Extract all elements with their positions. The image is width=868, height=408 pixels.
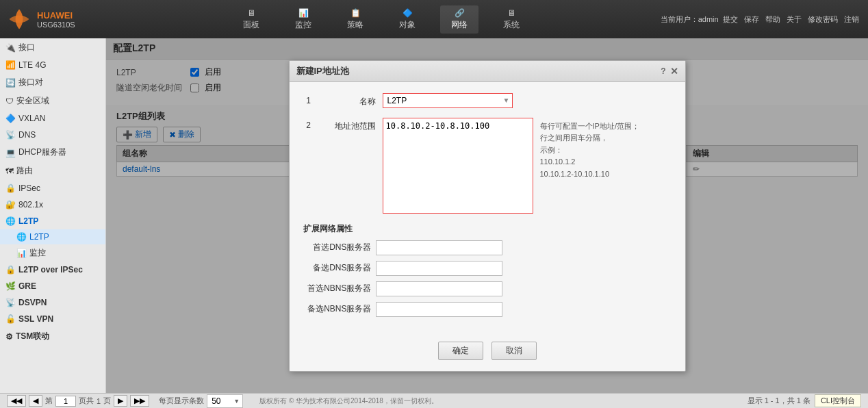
lte4g-icon: 📶: [5, 60, 16, 70]
user-info: 当前用户：admin: [661, 15, 719, 23]
monitor-sub-icon: 📊: [16, 248, 27, 258]
first-page-button[interactable]: ◀◀: [7, 395, 26, 407]
sidebar-label-portpair: 接口对: [18, 77, 43, 88]
sidebar-item-tsm[interactable]: ⚙ TSM联动: [0, 327, 105, 346]
dsvpn-icon: 📡: [5, 298, 16, 307]
modal-header-right: ? ✕: [661, 66, 678, 77]
modal-header: 新建IP地址池 ? ✕: [290, 61, 685, 82]
sslvpn-icon: 🔓: [5, 314, 16, 324]
primary-dns-label: 首选DNS服务器: [303, 242, 372, 253]
sidebar-label-dsvpn: DSVPN: [18, 298, 47, 307]
sidebar-label-interface: 接口: [18, 42, 35, 53]
addr-form-row: 2 地址池范围 10.8.10.2-10.8.10.100 每行可配置一个IP地…: [303, 118, 672, 214]
policy-icon: 📋: [350, 8, 361, 18]
sidebar-item-l2tp-ipsec[interactable]: 🔒 L2TP over IPSec: [0, 262, 105, 278]
sidebar-label-dot1x: 802.1x: [18, 200, 43, 209]
per-page-select[interactable]: 50 100 200: [207, 394, 243, 408]
secondary-dns-input[interactable]: [376, 261, 502, 276]
dhcp-icon: 💻: [5, 148, 16, 157]
object-icon: 🔷: [403, 8, 413, 18]
last-page-button[interactable]: ▶▶: [130, 395, 149, 407]
modal-close-button[interactable]: ✕: [670, 66, 678, 77]
l2tp-ipsec-icon: 🔒: [5, 265, 16, 275]
name-input-wrapper: ▼: [383, 93, 513, 108]
gre-icon: 🌿: [5, 281, 16, 291]
sidebar-item-dot1x[interactable]: 🔐 802.1x: [0, 196, 105, 213]
action-help[interactable]: 帮助: [765, 15, 780, 23]
addr-hint-line2: 行之间用回车分隔，: [540, 133, 608, 142]
sidebar-label-dhcp: DHCP服务器: [18, 146, 66, 158]
nav-network-label: 网络: [451, 19, 468, 31]
sidebar-item-sslvpn[interactable]: 🔓 SSL VPN: [0, 311, 105, 327]
nav-policy[interactable]: 📋 策略: [336, 5, 374, 34]
secondary-nbns-label: 备选NBNS服务器: [303, 303, 372, 315]
sidebar-label-lte4g: LTE 4G: [18, 60, 46, 70]
nav-network[interactable]: 🔗 网络: [440, 5, 478, 34]
interface-icon: 🔌: [5, 43, 16, 53]
sidebar-item-vxlan[interactable]: 🔷 VXLAN: [0, 110, 105, 127]
primary-dns-input[interactable]: [376, 240, 502, 255]
zone-icon: 🛡: [5, 97, 14, 106]
nav-object-label: 对象: [399, 19, 416, 31]
sidebar-label-sslvpn: SSL VPN: [18, 314, 53, 324]
name-input[interactable]: [383, 93, 513, 108]
content-area: 配置L2TP L2TP 启用 隧道空闲老化时间 启用 L2TP组列表 ➕ 新增: [106, 38, 868, 393]
sidebar-item-ipsec[interactable]: 🔒 IPSec: [0, 180, 105, 196]
sidebar-label-dns: DNS: [18, 130, 36, 140]
sidebar-item-lte4g[interactable]: 📶 LTE 4G: [0, 57, 105, 73]
prev-page-button[interactable]: ◀: [29, 395, 42, 407]
portpair-icon: 🔄: [5, 78, 16, 88]
nav-monitor[interactable]: 📊 监控: [284, 5, 322, 34]
nav-system-label: 系统: [503, 19, 520, 31]
page-number-input[interactable]: [55, 396, 76, 407]
page-sep: 页共: [79, 396, 94, 406]
sidebar-item-dns[interactable]: 📡 DNS: [0, 127, 105, 143]
nav-dashboard-label: 面板: [243, 19, 259, 31]
sidebar-child-label-monitor: 监控: [29, 247, 46, 259]
next-page-button[interactable]: ▶: [114, 395, 127, 407]
sidebar-item-route[interactable]: 🗺 路由: [0, 162, 105, 180]
sidebar-item-dsvpn[interactable]: 📡 DSVPN: [0, 294, 105, 311]
sidebar-item-interface[interactable]: 🔌 接口: [0, 38, 105, 57]
sidebar-item-gre[interactable]: 🌿 GRE: [0, 278, 105, 294]
per-page-select-wrapper: 50 100 200: [207, 394, 243, 408]
sidebar-child-l2tp[interactable]: 🌐 L2TP: [0, 229, 105, 244]
logo-area: HUAWEI USG6310S: [0, 7, 103, 31]
sidebar-label-ipsec: IPSec: [18, 183, 40, 193]
nav-dashboard[interactable]: 🖥 面板: [232, 5, 270, 34]
addr-number: 2: [303, 118, 314, 130]
model-name: USG6310S: [37, 21, 75, 29]
modal-overlay: 新建IP地址池 ? ✕ 1 名称 ▼: [106, 38, 868, 393]
nav-system[interactable]: 🖥 系统: [492, 5, 531, 34]
nav-object[interactable]: 🔷 对象: [388, 5, 426, 34]
modal-help-button[interactable]: ?: [661, 66, 665, 76]
sidebar-item-dhcp[interactable]: 💻 DHCP服务器: [0, 143, 105, 162]
name-form-row: 1 名称 ▼: [303, 93, 672, 108]
tsm-icon: ⚙: [5, 332, 13, 342]
main-layout: 🔌 接口 📶 LTE 4G 🔄 接口对 🛡 安全区域 🔷 VXLAN 📡 DNS…: [0, 38, 868, 393]
sidebar-item-l2tp[interactable]: 🌐 L2TP: [0, 213, 105, 229]
secondary-nbns-input[interactable]: [376, 302, 502, 317]
l2tp-sub-icon: 🌐: [16, 232, 27, 242]
addr-hint-line4: 110.10.1.2: [540, 157, 576, 166]
action-submit[interactable]: 提交: [723, 15, 738, 23]
sidebar-child-monitor[interactable]: 📊 监控: [0, 244, 105, 262]
cli-button[interactable]: CLI控制台: [815, 394, 861, 407]
action-change-pwd[interactable]: 修改密码: [808, 15, 838, 23]
action-logout[interactable]: 注销: [844, 15, 859, 23]
modal-dialog: 新建IP地址池 ? ✕ 1 名称 ▼: [289, 60, 686, 372]
cancel-button[interactable]: 取消: [492, 342, 537, 360]
bottom-bar: ◀◀ ◀ 第 页共 1 页 ▶ ▶▶ 每页显示条数 50 100 200 版权所…: [0, 393, 868, 408]
ok-button[interactable]: 确定: [438, 342, 483, 360]
sidebar-item-portpair[interactable]: 🔄 接口对: [0, 73, 105, 92]
sidebar-item-zone[interactable]: 🛡 安全区域: [0, 92, 105, 110]
action-about[interactable]: 关于: [787, 15, 802, 23]
addr-textarea[interactable]: 10.8.10.2-10.8.10.100: [383, 118, 533, 214]
modal-body: 1 名称 ▼ 2 地址池范围 10.8.10.2-10.8.10.100: [290, 82, 685, 333]
action-save[interactable]: 保存: [744, 15, 759, 23]
per-page-label: 每页显示条数: [159, 396, 204, 406]
primary-dns-row: 首选DNS服务器: [303, 240, 672, 255]
primary-nbns-input[interactable]: [376, 281, 502, 296]
sidebar-label-route: 路由: [16, 165, 33, 177]
addr-hint-line3: 示例：: [540, 146, 563, 154]
